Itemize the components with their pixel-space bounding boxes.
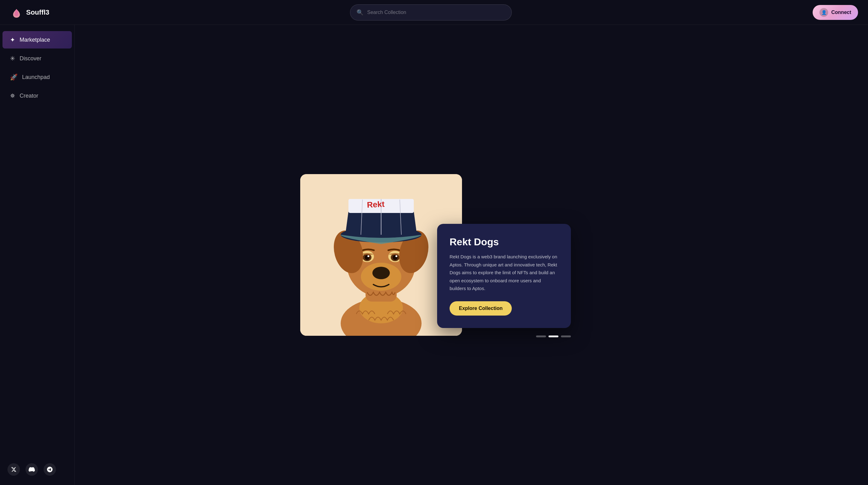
creator-icon: ✵ [10, 92, 15, 99]
main-content: Rekt Rekt Dogs Rekt Dogs is a web3 brand… [75, 25, 868, 485]
navbar: Souffl3 🔍 👤 Connect [0, 0, 868, 25]
sidebar: ✦ Marketplace ✳ Discover 🚀 Launchpad ✵ C… [0, 25, 75, 485]
sidebar-socials [0, 463, 74, 476]
svg-point-11 [367, 255, 369, 257]
hero-title: Rekt Dogs [450, 236, 558, 248]
connect-label: Connect [831, 10, 851, 15]
sidebar-label-creator: Creator [20, 93, 38, 99]
search-bar[interactable]: 🔍 [350, 4, 512, 21]
sidebar-item-discover[interactable]: ✳ Discover [2, 50, 72, 67]
search-icon: 🔍 [356, 9, 363, 16]
hero-description: Rekt Dogs is a web3 brand launching excl… [450, 253, 558, 293]
svg-point-15 [396, 255, 397, 257]
telegram-button[interactable] [43, 463, 56, 476]
logo-icon [10, 6, 23, 19]
nav-items: ✦ Marketplace ✳ Discover 🚀 Launchpad ✵ C… [0, 31, 74, 104]
launchpad-icon: 🚀 [10, 73, 18, 81]
carousel-dot-1[interactable] [549, 335, 558, 337]
carousel-dot-2[interactable] [561, 335, 571, 337]
connect-button[interactable]: 👤 Connect [813, 5, 858, 20]
explore-collection-button[interactable]: Explore Collection [450, 301, 512, 316]
info-card: Rekt Dogs Rekt Dogs is a web3 brand laun… [437, 224, 571, 328]
sidebar-label-marketplace: Marketplace [20, 37, 50, 43]
svg-text:Rekt: Rekt [367, 199, 385, 209]
discord-icon [29, 466, 35, 473]
sidebar-item-launchpad[interactable]: 🚀 Launchpad [2, 68, 72, 86]
hero-banner: Rekt Rekt Dogs Rekt Dogs is a web3 brand… [300, 174, 643, 336]
twitter-icon [11, 467, 17, 472]
discord-button[interactable] [26, 463, 38, 476]
marketplace-icon: ✦ [10, 36, 15, 43]
logo-area: Souffl3 [10, 6, 50, 19]
sidebar-label-discover: Discover [20, 55, 41, 62]
svg-point-7 [372, 267, 390, 279]
twitter-button[interactable] [7, 463, 20, 476]
carousel-dots [536, 335, 571, 337]
main-layout: ✦ Marketplace ✳ Discover 🚀 Launchpad ✵ C… [0, 25, 868, 485]
sidebar-item-creator[interactable]: ✵ Creator [2, 87, 72, 104]
search-input[interactable] [367, 10, 505, 15]
discover-icon: ✳ [10, 55, 15, 62]
logo-text: Souffl3 [26, 8, 50, 17]
sidebar-label-launchpad: Launchpad [22, 74, 50, 80]
sidebar-item-marketplace[interactable]: ✦ Marketplace [2, 31, 72, 48]
carousel-dot-0[interactable] [536, 335, 546, 337]
telegram-icon [47, 467, 53, 472]
user-icon: 👤 [819, 8, 828, 17]
